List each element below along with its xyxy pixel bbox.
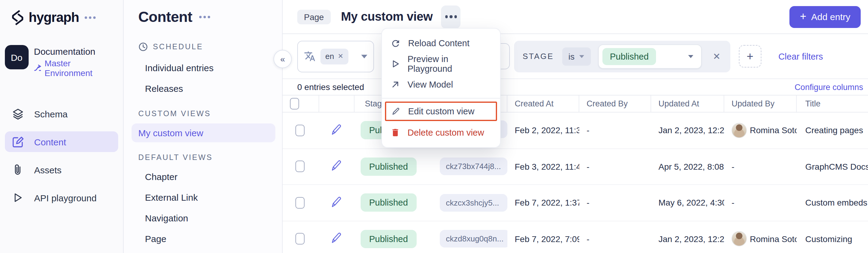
remove-locale-icon[interactable]: ✕ [338, 52, 343, 60]
menu-item-edit-custom-view[interactable]: Edit custom view [385, 102, 497, 121]
schedule-item-releases[interactable]: Releases [145, 82, 275, 94]
workspace-menu-icon[interactable] [84, 16, 95, 19]
select-all-checkbox[interactable] [290, 98, 299, 109]
entry-id-chip: ckz73bx744j8... [440, 158, 507, 176]
default-views-section-header: DEFAULT VIEWS [138, 153, 275, 162]
page-title: My custom view [341, 10, 432, 24]
cell-created-by: - [579, 234, 651, 244]
cell-updated-by: - [724, 198, 797, 208]
project-avatar: Do [5, 45, 28, 69]
cell-updated-by: Romina Soto [724, 231, 797, 247]
sidebar-item-schema[interactable]: Schema [5, 103, 118, 124]
entry-id-chip: ckzd8xug0q8n... [440, 230, 507, 248]
column-header-title: Title [797, 96, 868, 112]
row-checkbox[interactable] [296, 161, 305, 172]
chevron-down-icon [361, 55, 367, 58]
collapse-sidebar-button[interactable]: « [274, 50, 292, 68]
view-options-button[interactable] [441, 5, 461, 28]
cell-created-by: - [579, 125, 651, 135]
cell-created-at: Feb 3, 2022, 11:45 [507, 162, 579, 172]
environment-link[interactable]: Master Environment [34, 59, 118, 78]
content-views-panel: Content SCHEDULE Individual entries Rele… [124, 0, 283, 253]
stage-filter: STAGE is Published ✕ [514, 40, 730, 72]
stage-operator-select[interactable]: is [562, 47, 591, 65]
stage-badge: Published [361, 230, 416, 248]
row-checkbox[interactable] [296, 197, 305, 209]
add-entry-button[interactable]: + Add entry [790, 6, 861, 28]
table-row[interactable]: Published Feb 2, 2022, 11:35 - Jan 2, 20… [283, 112, 868, 149]
schedule-section-header: SCHEDULE [138, 42, 275, 52]
hygraph-logo-icon [11, 10, 24, 26]
clock-icon [138, 42, 148, 52]
table-row[interactable]: Published ckzcx3shcjy5... Feb 7, 2022, 1… [283, 185, 868, 221]
cell-created-by: - [579, 162, 651, 172]
default-view-navigation[interactable]: Navigation [145, 212, 275, 224]
primary-nav: Schema Content Assets API playground [0, 103, 123, 208]
schedule-item-individual-entries[interactable]: Individual entries [145, 62, 275, 74]
cell-updated-at: Jan 2, 2023, 12:23 [651, 234, 724, 244]
arrow-up-right-icon [391, 80, 400, 89]
cell-title: Customizing [797, 234, 868, 244]
stage-badge: Published [361, 157, 416, 176]
stage-filter-label: STAGE [523, 52, 554, 61]
stage-value-select[interactable]: Published [598, 44, 702, 68]
panel-menu-icon[interactable] [199, 16, 210, 18]
stage-badge: Published [361, 194, 416, 212]
custom-view-item-active[interactable]: My custom view [131, 123, 275, 142]
menu-item-view-model[interactable]: View Model [382, 74, 500, 95]
table-header-row: Stage Created At Created By Updated At U… [283, 95, 868, 112]
view-options-menu: Reload Content Preview in Playground Vie… [381, 28, 501, 148]
edit-square-icon [11, 135, 24, 148]
model-badge: Page [297, 9, 331, 24]
cell-updated-at: Apr 5, 2022, 8:08 A [651, 162, 724, 172]
pencil-icon [391, 106, 401, 116]
branch-icon [34, 65, 41, 72]
view-header: Page My custom view + Add entry [283, 0, 868, 34]
entry-id-chip: ckzcx3shcjy5... [440, 194, 507, 212]
table-row[interactable]: Published ckzd8xug0q8n... Feb 7, 2022, 7… [283, 221, 868, 253]
sidebar-item-content[interactable]: Content [5, 131, 118, 152]
sidebar-item-label: Content [34, 137, 66, 147]
default-view-page[interactable]: Page [145, 232, 275, 245]
cell-updated-at: May 6, 2022, 4:30 [651, 198, 724, 208]
cell-created-at: Feb 2, 2022, 11:35 [507, 125, 579, 135]
menu-item-reload-content[interactable]: Reload Content [382, 33, 500, 53]
locale-chip[interactable]: en ✕ [320, 48, 348, 64]
main-content: Page My custom view + Add entry « en ✕ [283, 0, 868, 253]
project-name: Documentation [34, 46, 95, 57]
brand-logo: hygraph [0, 8, 123, 27]
locale-filter[interactable]: en ✕ [297, 40, 374, 72]
cell-updated-by: Romina Soto [724, 123, 797, 138]
menu-item-preview-in-playground[interactable]: Preview in Playground [382, 53, 500, 74]
cell-title: Custom embeds [797, 198, 868, 208]
row-checkbox[interactable] [296, 125, 305, 136]
project-switcher[interactable]: Do Documentation Master Environment [0, 45, 123, 78]
brand-name: hygraph [29, 10, 79, 26]
clear-filters-link[interactable]: Clear filters [778, 51, 823, 61]
cell-updated-by: - [724, 162, 797, 172]
row-checkbox[interactable] [296, 233, 305, 245]
panel-title: Content [138, 8, 192, 26]
play-outline-icon [391, 59, 400, 69]
menu-divider [382, 98, 500, 99]
cell-created-at: Feb 7, 2022, 1:37 P [507, 198, 579, 208]
app: hygraph Do Documentation Master Environm… [0, 0, 868, 253]
cell-created-at: Feb 7, 2022, 7:09 P [507, 234, 579, 244]
cell-title: GraphCMS Docs [797, 162, 868, 172]
plus-icon: + [800, 11, 806, 22]
sidebar-item-api-playground[interactable]: API playground [5, 187, 118, 208]
default-view-external-link[interactable]: External Link [145, 191, 275, 203]
column-header-updated-by: Updated By [724, 96, 797, 112]
edit-entry-icon[interactable] [330, 123, 343, 136]
entries-table: Stage Created At Created By Updated At U… [283, 95, 868, 253]
menu-item-delete-custom-view[interactable]: Delete custom view [382, 122, 500, 143]
remove-stage-filter-button[interactable]: ✕ [711, 49, 721, 63]
edit-entry-icon[interactable] [330, 159, 343, 172]
sidebar-item-assets[interactable]: Assets [5, 159, 118, 180]
default-view-chapter[interactable]: Chapter [145, 170, 275, 182]
edit-entry-icon[interactable] [330, 195, 343, 209]
configure-columns-link[interactable]: Configure columns [795, 82, 863, 92]
edit-entry-icon[interactable] [330, 231, 343, 245]
add-filter-button[interactable]: + [739, 45, 762, 68]
table-row[interactable]: Published ckz73bx744j8... Feb 3, 2022, 1… [283, 149, 868, 185]
